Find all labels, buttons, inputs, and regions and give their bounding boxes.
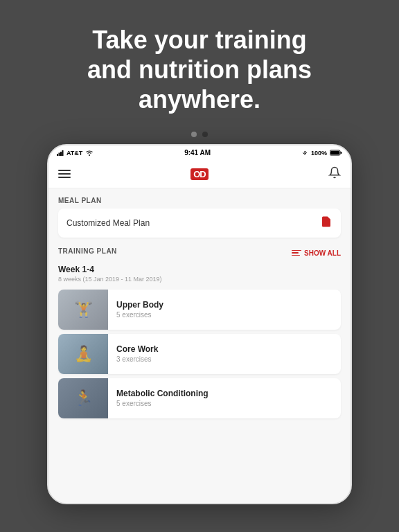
workout-info-metabolic: Metabolic Conditioning 5 exercises: [108, 383, 217, 413]
content-area: MEAL PLAN Customized Meal Plan TRAINING …: [48, 188, 351, 503]
show-all-icon: [292, 250, 301, 256]
meal-plan-row[interactable]: Customized Meal Plan: [58, 209, 341, 238]
training-plan-section-label: TRAINING PLAN: [58, 247, 117, 255]
workout-exercises-upper: 5 exercises: [116, 311, 163, 319]
workout-exercises-metabolic: 5 exercises: [116, 400, 209, 407]
pagination-dots: [191, 132, 208, 137]
carrier-label: AT&T: [66, 150, 82, 157]
workout-name-core: Core Work: [116, 344, 158, 354]
svg-rect-2: [60, 152, 62, 156]
workout-card-upper-body[interactable]: 🏋 Upper Body 5 exercises: [58, 290, 341, 330]
wifi-icon: [85, 150, 94, 156]
workout-name-metabolic: Metabolic Conditioning: [116, 389, 209, 398]
workout-exercises-core: 3 exercises: [116, 355, 158, 363]
training-plan-header: TRAINING PLAN SHOW ALL: [58, 247, 341, 259]
workout-info-upper: Upper Body 5 exercises: [108, 294, 172, 324]
hero-heading: Take your training and nutrition plans a…: [60, 0, 339, 132]
status-time: 9:41 AM: [184, 149, 211, 157]
svg-rect-0: [57, 154, 58, 156]
signal-icon: [57, 150, 64, 156]
hamburger-menu-icon[interactable]: [58, 170, 71, 178]
workout-thumb-core: 🧘: [58, 334, 108, 374]
pdf-icon[interactable]: [320, 215, 332, 231]
week-dates: 8 weeks (15 Jan 2019 - 11 Mar 2019): [58, 276, 341, 283]
bell-icon[interactable]: [328, 166, 341, 181]
device-wrapper: AT&T 9:41 AM 100%: [40, 132, 359, 520]
meal-plan-section-label: MEAL PLAN: [58, 197, 341, 204]
status-right: 100%: [301, 150, 342, 157]
svg-rect-3: [62, 150, 64, 156]
workout-name-upper: Upper Body: [116, 300, 163, 310]
workout-info-core: Core Work 3 exercises: [108, 339, 166, 369]
thumb-figure-core: 🧘: [74, 345, 93, 363]
bluetooth-icon: [301, 150, 308, 156]
svg-rect-6: [330, 151, 339, 154]
thumb-figure-metabolic: 🏃: [74, 389, 93, 407]
workout-card-core-work[interactable]: 🧘 Core Work 3 exercises: [58, 334, 341, 374]
workout-card-metabolic[interactable]: 🏃 Metabolic Conditioning 5 exercises: [58, 378, 341, 418]
workout-thumb-upper: 🏋: [58, 290, 108, 330]
svg-rect-5: [341, 152, 342, 154]
battery-pct: 100%: [311, 150, 327, 157]
svg-rect-1: [59, 152, 60, 156]
show-all-button[interactable]: SHOW ALL: [292, 249, 341, 257]
nav-bar: OD: [48, 161, 351, 188]
app-logo: OD: [190, 168, 209, 180]
status-left: AT&T: [57, 150, 94, 157]
week-label: Week 1-4: [58, 265, 341, 274]
status-bar: AT&T 9:41 AM 100%: [48, 145, 351, 161]
thumb-figure-upper: 🏋: [74, 301, 93, 319]
meal-plan-label: Customized Meal Plan: [66, 218, 150, 228]
dot-2: [202, 132, 208, 137]
tablet-device: AT&T 9:41 AM 100%: [47, 144, 352, 504]
battery-icon: [330, 150, 342, 156]
dot-1: [191, 132, 197, 137]
show-all-label: SHOW ALL: [304, 249, 341, 257]
workout-thumb-metabolic: 🏃: [58, 378, 108, 418]
